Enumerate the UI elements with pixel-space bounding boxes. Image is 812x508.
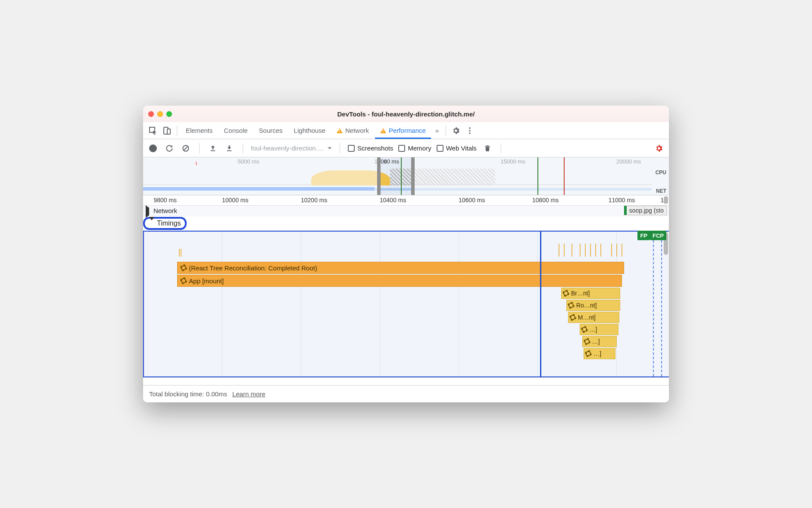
flame-bar-label: …] (592, 338, 600, 345)
tracks-area: Network soop.jpg (sto Timings (143, 206, 669, 377)
tab-performance[interactable]: Performance (375, 122, 431, 139)
titlebar[interactable]: DevTools - foul-heavenly-direction.glitc… (143, 106, 669, 122)
ruler-tick: 10400 ms (380, 197, 406, 204)
record-button[interactable] (147, 143, 159, 154)
learn-more-link[interactable]: Learn more (232, 390, 265, 398)
tab-label: Performance (389, 127, 426, 134)
device-toolbar-button[interactable] (160, 124, 173, 137)
fp-badge[interactable]: FP (637, 231, 650, 240)
close-window-button[interactable] (148, 111, 154, 117)
load-profile-button[interactable] (207, 143, 219, 154)
react-icon (582, 327, 587, 332)
tbt-label: Total blocking time: 0.00ms (149, 390, 227, 398)
svg-point-5 (469, 132, 471, 134)
overview-cpu-label: CPU (656, 169, 666, 176)
flame-bar[interactable]: …] (580, 324, 618, 335)
tab-lighthouse[interactable]: Lighthouse (289, 122, 331, 139)
svg-rect-9 (227, 150, 232, 151)
flame-bar[interactable]: M…nt] (568, 312, 620, 323)
fcp-badge[interactable]: FCP (650, 231, 666, 240)
memory-checkbox[interactable]: Memory (398, 144, 431, 152)
tab-label: Network (345, 127, 369, 134)
tab-label: Lighthouse (294, 127, 325, 134)
timeline-overview[interactable]: 5000 ms 10000 ms 15000 ms 20000 ms s CPU… (143, 157, 669, 195)
timings-body[interactable]: (React Tree Reconciliation: Completed Ro… (143, 231, 669, 377)
flame-bar[interactable]: …] (582, 336, 617, 347)
delete-profile-button[interactable] (482, 143, 493, 154)
chevron-down-icon (149, 217, 154, 228)
ruler-tick: 11000 ms (609, 197, 635, 204)
reload-record-button[interactable] (164, 143, 175, 154)
fp-marker-line (653, 232, 654, 376)
capture-settings-button[interactable] (653, 143, 665, 154)
chevron-right-icon (146, 205, 149, 218)
web-vitals-checkbox[interactable]: Web Vitals (437, 144, 477, 152)
checkbox-label: Memory (408, 144, 431, 152)
tabs-overflow-button[interactable]: » (432, 122, 442, 139)
flame-bar[interactable]: …] (584, 348, 615, 359)
profile-select[interactable]: foul-heavenly-direction.… (251, 144, 332, 152)
clear-button[interactable] (180, 143, 191, 154)
track-label: Network (153, 207, 177, 214)
network-track-header[interactable]: Network soop.jpg (sto (143, 206, 669, 216)
more-menu-button[interactable] (463, 124, 476, 137)
micro-event (559, 244, 559, 257)
overview-dim-left (143, 157, 377, 195)
window-controls (148, 111, 172, 117)
ruler-tick: 10000 ms (222, 197, 248, 204)
window-title: DevTools - foul-heavenly-direction.glitc… (143, 110, 669, 118)
ruler-tick: 10800 ms (532, 197, 559, 204)
tab-sources[interactable]: Sources (254, 122, 288, 139)
svg-rect-2 (167, 129, 170, 134)
profile-select-label: foul-heavenly-direction.… (251, 144, 324, 152)
flame-bar[interactable]: Ro…nt] (566, 300, 620, 311)
separator (446, 125, 446, 136)
inspect-element-button[interactable] (147, 124, 159, 137)
overflow-glyph: » (435, 127, 439, 134)
flame-bar[interactable]: Br…nt] (561, 288, 620, 299)
react-icon (181, 278, 186, 283)
flame-bar-label: Ro…nt] (576, 302, 597, 309)
screenshots-checkbox[interactable]: Screenshots (348, 144, 393, 152)
overview-handle-left[interactable] (377, 157, 381, 195)
flame-bar-label: Br…nt] (571, 290, 590, 297)
zoom-window-button[interactable] (166, 111, 172, 117)
react-icon (570, 315, 575, 320)
overview-marker-green (537, 157, 538, 195)
flame-bar[interactable]: App [mount] (177, 275, 622, 287)
react-icon (563, 291, 568, 296)
react-icon (568, 303, 574, 308)
ruler-tick: 10600 ms (459, 197, 485, 204)
tab-label: Console (224, 127, 248, 134)
minimize-window-button[interactable] (157, 111, 163, 117)
tab-network[interactable]: Network (331, 122, 374, 139)
overview-handle-right[interactable] (411, 157, 415, 195)
overview-net-label: NET (656, 188, 666, 194)
tab-label: Sources (259, 127, 283, 134)
network-item-label: soop.jpg (sto (629, 207, 664, 214)
chevron-down-icon (328, 147, 332, 150)
flame-bar[interactable]: (React Tree Reconciliation: Completed Ro… (177, 262, 624, 274)
timings-highlight-ring: Timings (143, 217, 187, 230)
timings-track-header[interactable]: Timings (143, 216, 669, 231)
warning-icon (337, 128, 343, 133)
separator (177, 125, 177, 136)
overview-selection-s: s (384, 158, 387, 165)
timeline-cursor[interactable] (540, 232, 541, 376)
tab-elements[interactable]: Elements (181, 122, 218, 139)
flame-bar-label: M…nt] (578, 314, 596, 321)
settings-button[interactable] (450, 124, 462, 137)
flame-bar-label: (React Tree Reconciliation: Completed Ro… (189, 264, 317, 272)
react-icon (584, 339, 590, 344)
save-profile-button[interactable] (224, 143, 235, 154)
ruler-scroll-thumb[interactable] (664, 196, 668, 204)
tab-label: Elements (186, 127, 213, 134)
tab-console[interactable]: Console (219, 122, 253, 139)
flame-bar-label: App [mount] (189, 277, 224, 285)
separator (501, 143, 501, 154)
time-ruler[interactable]: 9800 ms 10000 ms 10200 ms 10400 ms 10600… (143, 195, 669, 206)
overview-marker-green (401, 157, 402, 195)
network-item-chip[interactable]: soop.jpg (sto (624, 206, 667, 215)
separator (199, 143, 200, 154)
flame-bar-label: …] (593, 350, 601, 357)
